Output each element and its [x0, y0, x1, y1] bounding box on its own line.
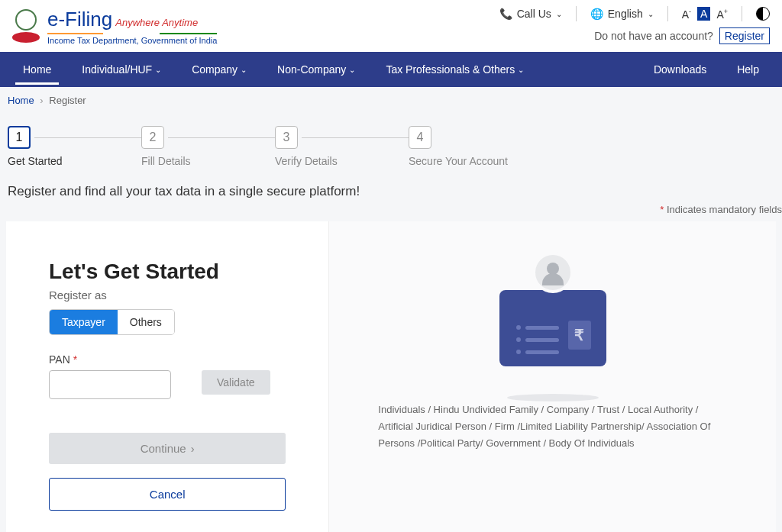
step-label: Fill Details: [141, 155, 191, 167]
chevron-down-icon: ⌄: [556, 10, 562, 18]
register-link[interactable]: Register: [719, 27, 770, 44]
tricolor-divider: [47, 33, 217, 34]
logo-text: e-Filing Anywhere Anytime Income Tax Dep…: [47, 8, 217, 45]
logo-tagline: Anywhere Anytime: [115, 17, 198, 28]
register-as-segmented: Taxpayer Others: [49, 309, 175, 335]
cancel-button[interactable]: Cancel: [49, 478, 286, 511]
chevron-down-icon: ⌄: [648, 10, 654, 18]
call-us-label: Call Us: [517, 8, 551, 20]
logo-subtitle: Income Tax Department, Government of Ind…: [47, 36, 217, 45]
validate-button[interactable]: Validate: [202, 370, 270, 395]
no-account-text: Do not have an account?: [594, 30, 713, 42]
rupee-icon: ₹: [568, 321, 591, 350]
step-label: Secure Your Account: [409, 155, 508, 167]
chevron-down-icon: ⌄: [241, 66, 247, 74]
account-row: Do not have an account? Register: [594, 27, 770, 44]
step-box: 2: [141, 126, 164, 149]
main-nav: Home Individual/HUF⌄ Company⌄ Non-Compan…: [0, 52, 782, 87]
register-as-label: Register as: [49, 289, 286, 301]
font-medium-button[interactable]: A: [697, 7, 710, 21]
step-box: 3: [275, 126, 298, 149]
nav-individual[interactable]: Individual/HUF⌄: [66, 54, 176, 85]
step-connector: [34, 137, 141, 138]
step-4: 4 Secure Your Account: [409, 126, 542, 167]
nav-home[interactable]: Home: [8, 54, 66, 85]
globe-icon: 🌐: [590, 8, 603, 20]
top-utilities: 📞 Call Us ⌄ 🌐 English ⌄ A- A A+: [499, 6, 770, 21]
info-panel: ₹ Individuals / Hindu Undivided Family /…: [329, 221, 776, 532]
nav-noncompany[interactable]: Non-Company⌄: [262, 54, 370, 85]
step-1: 1 Get Started: [8, 126, 141, 167]
step-2: 2 Fill Details: [141, 126, 275, 167]
nav-tax-pros[interactable]: Tax Professionals & Others⌄: [370, 54, 539, 85]
logo-area[interactable]: e-Filing Anywhere Anytime Income Tax Dep…: [12, 6, 217, 46]
step-3: 3 Verify Details: [275, 126, 409, 167]
breadcrumb-separator: ›: [40, 95, 43, 106]
separator: [667, 6, 668, 21]
id-card-illustration: ₹: [492, 252, 614, 374]
illustration-shadow: [507, 394, 599, 401]
phone-icon: 📞: [499, 8, 512, 20]
nav-downloads[interactable]: Downloads: [638, 54, 722, 85]
nav-help[interactable]: Help: [722, 54, 774, 85]
page-heading: Register and find all your tax data in a…: [0, 173, 782, 204]
logo-title: e-Filing: [47, 8, 112, 31]
entity-types-text: Individuals / Hindu Undivided Family / C…: [375, 401, 730, 452]
separator: [742, 6, 742, 21]
taxpayer-tab[interactable]: Taxpayer: [50, 310, 118, 334]
language-label: English: [608, 8, 643, 20]
nav-company[interactable]: Company⌄: [176, 54, 262, 85]
language-dropdown[interactable]: 🌐 English ⌄: [590, 8, 654, 20]
breadcrumb-current: Register: [49, 95, 86, 106]
chevron-right-icon: ›: [191, 442, 195, 455]
breadcrumb-home[interactable]: Home: [8, 95, 34, 106]
breadcrumb: Home › Register: [0, 87, 782, 114]
contrast-toggle-icon[interactable]: [756, 7, 770, 21]
form-title: Let's Get Started: [49, 260, 286, 284]
pan-label: PAN *: [49, 353, 286, 366]
emblem-icon: [12, 6, 40, 46]
step-label: Verify Details: [275, 155, 338, 167]
step-box: 1: [8, 126, 31, 149]
chevron-down-icon: ⌄: [349, 66, 355, 74]
font-increase-button[interactable]: A+: [716, 8, 728, 21]
call-us-dropdown[interactable]: 📞 Call Us ⌄: [499, 8, 562, 20]
chevron-down-icon: ⌄: [518, 66, 524, 74]
top-header: e-Filing Anywhere Anytime Income Tax Dep…: [0, 0, 782, 52]
content-row: Let's Get Started Register as Taxpayer O…: [0, 221, 782, 532]
chevron-down-icon: ⌄: [155, 66, 161, 74]
mandatory-note: * Indicates mandatory fields: [0, 204, 782, 221]
font-size-controls: A- A A+: [682, 7, 728, 21]
avatar-icon: [532, 252, 574, 293]
stepper: 1 Get Started 2 Fill Details 3 Verify De…: [0, 114, 782, 173]
pan-input[interactable]: [49, 370, 171, 399]
font-decrease-button[interactable]: A-: [682, 8, 691, 21]
step-connector: [168, 137, 275, 138]
continue-button[interactable]: Continue ›: [49, 433, 286, 464]
step-box: 4: [409, 126, 431, 149]
step-label: Get Started: [8, 155, 63, 167]
form-card: Let's Get Started Register as Taxpayer O…: [6, 221, 329, 532]
step-connector: [302, 137, 409, 138]
others-tab[interactable]: Others: [118, 310, 174, 334]
separator: [576, 6, 577, 21]
